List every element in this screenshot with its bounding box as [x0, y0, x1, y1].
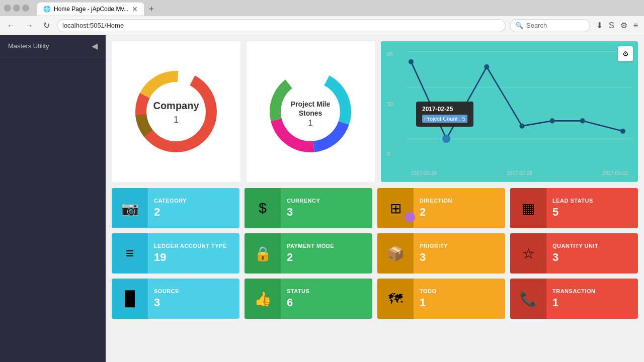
- stat-icon-payment-mode: 🔒: [245, 233, 281, 274]
- minimize-button[interactable]: [4, 5, 11, 12]
- stat-card-source[interactable]: ▐▌SOURCE3: [112, 279, 239, 319]
- stat-card-todo[interactable]: 🗺TODO1: [377, 279, 505, 319]
- tab-close-button[interactable]: ✕: [132, 5, 138, 13]
- svg-point-16: [620, 129, 625, 134]
- new-tab-button[interactable]: +: [146, 4, 157, 15]
- stat-icon-source: ▐▌: [112, 279, 148, 319]
- stat-card-lead-status[interactable]: ▦LEAD STATUS5: [510, 188, 638, 228]
- milestones-label-line2: Stones: [299, 109, 323, 117]
- back-button[interactable]: ←: [4, 20, 18, 31]
- stat-icon-lead-status: ▦: [510, 188, 546, 228]
- stat-icon-priority: 📦: [377, 233, 414, 274]
- stat-icon-ledger-account-type: ≡: [112, 233, 148, 274]
- stat-card-priority[interactable]: 📦PRIORITY3: [377, 233, 505, 274]
- stat-value-priority: 3: [420, 251, 499, 264]
- charts-row: Company 1: [112, 41, 638, 182]
- svg-point-14: [550, 118, 555, 123]
- company-value: 1: [174, 115, 179, 125]
- menu-button[interactable]: ≡: [631, 20, 640, 31]
- app-container: Masters Utility ◀ Company 1: [0, 35, 644, 362]
- chart-tooltip: 2017-02-25 Project Count : 5: [416, 102, 473, 127]
- stat-card-direction[interactable]: ⊞DIRECTION2: [377, 188, 505, 228]
- stat-text-lead-status: LEAD STATUS5: [546, 194, 638, 223]
- company-donut-svg: Company 1: [131, 66, 221, 157]
- stat-card-transaction[interactable]: 📞TRANSACTION1: [510, 279, 638, 319]
- browser-chrome: 🌐 Home Page - jApCode Mv... ✕ + ← → ↻ lo…: [0, 0, 644, 35]
- stat-value-source: 3: [154, 296, 233, 309]
- stat-text-payment-mode: PAYMENT MODE2: [281, 239, 372, 268]
- search-box[interactable]: 🔍 Search: [510, 19, 590, 32]
- svg-point-10: [409, 59, 414, 64]
- stat-card-currency[interactable]: $CURRENCY3: [245, 188, 372, 228]
- active-tab[interactable]: 🌐 Home Page - jApCode Mv... ✕: [37, 3, 144, 16]
- toolbar-actions: ⬇ S ⚙ ≡: [594, 20, 640, 31]
- stat-card-status[interactable]: 👍STATUS6: [245, 279, 372, 319]
- stat-label-status: STATUS: [287, 288, 366, 294]
- tab-favicon: 🌐: [43, 6, 51, 13]
- reload-button[interactable]: ↻: [40, 20, 53, 31]
- stat-value-lead-status: 5: [552, 206, 632, 219]
- browser-titlebar: 🌐 Home Page - jApCode Mv... ✕ +: [0, 0, 644, 16]
- stat-text-status: STATUS6: [281, 284, 372, 313]
- x-label-2: 2017-02-28: [507, 170, 532, 176]
- stat-label-transaction: TRANSACTION: [552, 288, 632, 294]
- forward-button[interactable]: →: [22, 20, 36, 31]
- stat-label-ledger-account-type: LEDGER ACCOUNT TYPE: [154, 243, 233, 249]
- stat-label-source: SOURCE: [154, 288, 233, 294]
- x-label-1: 2017-02-26: [411, 170, 437, 176]
- milestones-label-line1: Project Mile: [291, 100, 331, 108]
- stat-label-direction: DIRECTION: [420, 198, 499, 204]
- address-bar[interactable]: localhost:5051/Home: [57, 19, 506, 32]
- stat-value-quantity-unit: 3: [552, 251, 632, 264]
- x-label-3: 2017-03-02: [602, 170, 628, 176]
- stat-label-currency: CURRENCY: [287, 198, 366, 204]
- y-axis: 45 30 0: [387, 51, 393, 157]
- stats-grid: 📷CATEGORY2$CURRENCY3⊞DIRECTION2▦LEAD STA…: [112, 188, 638, 319]
- chart-settings-button[interactable]: ⚙: [618, 46, 633, 61]
- url-text: localhost:5051/Home: [62, 22, 124, 29]
- stat-text-currency: CURRENCY3: [281, 194, 372, 223]
- stat-label-todo: TODO: [420, 288, 499, 294]
- stat-label-category: CATEGORY: [154, 198, 233, 204]
- stat-icon-transaction: 📞: [510, 279, 546, 319]
- line-chart-svg: [406, 41, 633, 159]
- stat-text-source: SOURCE3: [148, 284, 239, 313]
- sidebar-title: Masters Utility: [8, 42, 49, 50]
- stat-value-direction: 2: [420, 206, 499, 219]
- company-donut: Company 1: [112, 41, 240, 182]
- sidebar-header: Masters Utility ◀: [0, 35, 106, 57]
- stat-label-payment-mode: PAYMENT MODE: [287, 243, 366, 249]
- tab-bar: 🌐 Home Page - jApCode Mv... ✕ +: [33, 1, 161, 16]
- y-label-45: 45: [387, 51, 393, 57]
- tooltip-value: Project Count : 5: [422, 115, 467, 123]
- sidebar-toggle-button[interactable]: ◀: [92, 41, 98, 51]
- stat-card-ledger-account-type[interactable]: ≡LEDGER ACCOUNT TYPE19: [112, 233, 239, 274]
- skype-button[interactable]: S: [607, 20, 616, 31]
- download-button[interactable]: ⬇: [594, 20, 605, 31]
- stat-label-quantity-unit: QUANTITY UNIT: [552, 243, 632, 249]
- stat-value-payment-mode: 2: [287, 251, 366, 264]
- close-button[interactable]: [22, 5, 29, 12]
- main-content: Company 1: [106, 35, 644, 362]
- stat-text-quantity-unit: QUANTITY UNIT3: [546, 239, 638, 268]
- stat-text-ledger-account-type: LEDGER ACCOUNT TYPE19: [148, 239, 239, 268]
- stat-icon-todo: 🗺: [377, 279, 414, 319]
- maximize-button[interactable]: [13, 5, 20, 12]
- stat-value-status: 6: [287, 296, 366, 309]
- browser-toolbar: ← → ↻ localhost:5051/Home 🔍 Search ⬇ S ⚙…: [0, 16, 644, 35]
- stat-card-category[interactable]: 📷CATEGORY2: [112, 188, 239, 228]
- stat-text-transaction: TRANSACTION1: [546, 284, 638, 313]
- tooltip-date: 2017-02-25: [422, 106, 467, 113]
- company-label: Company: [153, 100, 199, 111]
- y-label-0: 0: [387, 151, 393, 157]
- line-chart-inner: 45 30 0: [381, 41, 638, 182]
- stat-text-todo: TODO1: [414, 284, 505, 313]
- stat-card-quantity-unit[interactable]: ☆QUANTITY UNIT3: [510, 233, 638, 274]
- stat-card-payment-mode[interactable]: 🔒PAYMENT MODE2: [245, 233, 372, 274]
- sidebar: Masters Utility ◀: [0, 35, 106, 362]
- stat-value-category: 2: [154, 206, 233, 219]
- extensions-button[interactable]: ⚙: [618, 20, 629, 31]
- stat-icon-currency: $: [245, 188, 281, 228]
- stat-icon-direction: ⊞: [377, 188, 414, 228]
- svg-point-15: [580, 118, 585, 123]
